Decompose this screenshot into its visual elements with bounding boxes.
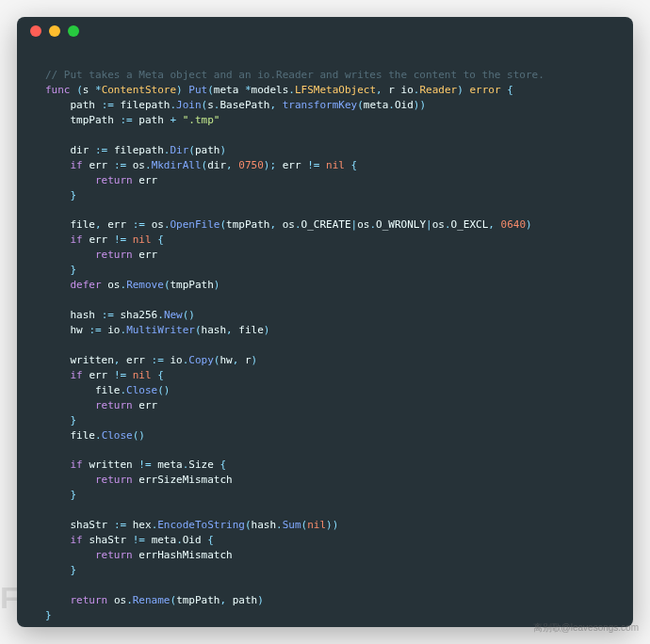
zoom-icon[interactable] xyxy=(68,25,79,37)
code-line xyxy=(45,202,605,217)
code-editor: // Put takes a Meta object and an io.Rea… xyxy=(17,45,633,627)
code-line: } xyxy=(45,608,605,623)
code-line: } xyxy=(45,563,605,578)
code-line: written, err := io.Copy(hw, r) xyxy=(45,353,605,368)
close-icon[interactable] xyxy=(30,25,41,37)
code-line: if err := os.MkdirAll(dir, 0750); err !=… xyxy=(45,158,605,173)
code-line xyxy=(45,128,605,143)
code-line xyxy=(45,443,605,458)
code-line: tmpPath := path + ".tmp" xyxy=(45,113,605,128)
code-line: hash := sha256.New() xyxy=(45,308,605,323)
code-line: shaStr := hex.EncodeToString(hash.Sum(ni… xyxy=(45,518,605,533)
code-line: return errSizeMismatch xyxy=(45,473,605,488)
code-line: file.Close() xyxy=(45,428,605,443)
code-line: return err xyxy=(45,398,605,413)
code-line: path := filepath.Join(s.BasePath, transf… xyxy=(45,98,605,113)
code-line: dir := filepath.Dir(path) xyxy=(45,143,605,158)
code-line: return err xyxy=(45,173,605,188)
code-line: } xyxy=(45,188,605,203)
code-line: } xyxy=(45,488,605,503)
window-titlebar xyxy=(17,17,633,45)
code-line: return err xyxy=(45,248,605,263)
code-line: } xyxy=(45,413,605,428)
code-line xyxy=(45,578,605,593)
code-line: // Put takes a Meta object and an io.Rea… xyxy=(45,68,605,83)
code-line: if err != nil { xyxy=(45,233,605,248)
code-line: func (s *ContentStore) Put(meta *models.… xyxy=(45,83,605,98)
watermark-right: 离别歌@leavesongs.com xyxy=(533,621,639,635)
code-line xyxy=(45,293,605,308)
code-line: return os.Rename(tmpPath, path) xyxy=(45,593,605,608)
code-line: file, err := os.OpenFile(tmpPath, os.O_C… xyxy=(45,217,605,233)
code-line: if err != nil { xyxy=(45,368,605,383)
minimize-icon[interactable] xyxy=(49,25,60,37)
code-line xyxy=(45,338,605,353)
code-window: // Put takes a Meta object and an io.Rea… xyxy=(17,17,633,627)
code-line: return errHashMismatch xyxy=(45,548,605,563)
code-line: hw := io.MultiWriter(hash, file) xyxy=(45,323,605,338)
code-line: file.Close() xyxy=(45,383,605,398)
code-line: if written != meta.Size { xyxy=(45,458,605,473)
code-comment: // Put takes a Meta object and an io.Rea… xyxy=(45,69,544,81)
code-line: if shaStr != meta.Oid { xyxy=(45,533,605,548)
code-line xyxy=(45,503,605,518)
code-line: } xyxy=(45,263,605,278)
code-line: defer os.Remove(tmpPath) xyxy=(45,278,605,293)
